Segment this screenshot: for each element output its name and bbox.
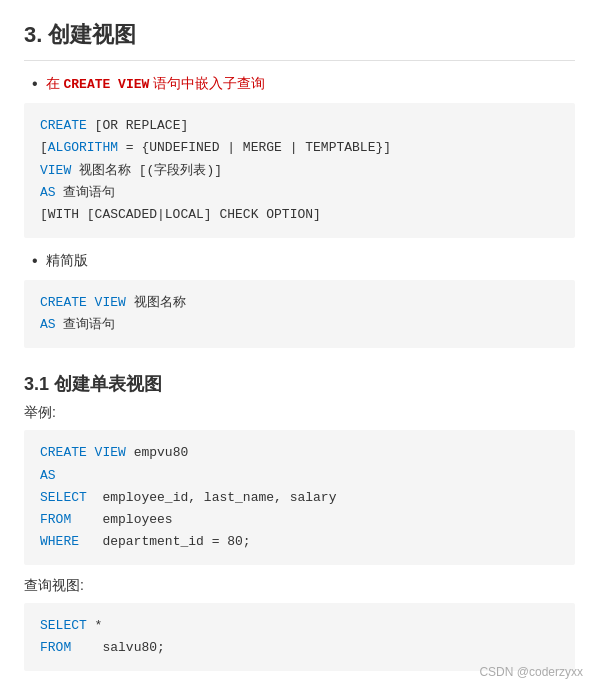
code-block-full: CREATE [OR REPLACE] [ALGORITHM = {UNDEFI… [24,103,575,237]
bullet-text-1: 在 CREATE VIEW 语句中嵌入子查询 [46,73,266,95]
bullet-item-1: • 在 CREATE VIEW 语句中嵌入子查询 [32,73,575,95]
code-block-simple: CREATE VIEW 视图名称 AS 查询语句 [24,280,575,348]
bullet-suffix-zh: 语句中嵌入子查询 [149,75,265,91]
bullet-prefix-zh: 在 [46,75,64,91]
bullet-dot-2: • [32,250,38,272]
watermark: CSDN @coderzyxx [479,665,583,679]
bullet-dot-1: • [32,73,38,95]
query-label: 查询视图: [24,577,575,595]
bullet-item-2: • 精简版 [32,250,575,272]
code-block-example: CREATE VIEW empvu80 AS SELECT employee_i… [24,430,575,564]
code-block-query: SELECT * FROM salvu80; [24,603,575,671]
example-label: 举例: [24,404,575,422]
section-subtitle: 3.1 创建单表视图 [24,372,575,396]
bullet-keyword: CREATE VIEW [64,77,150,92]
section-title: 3. 创建视图 [24,20,575,61]
bullet-text-2: 精简版 [46,250,88,271]
